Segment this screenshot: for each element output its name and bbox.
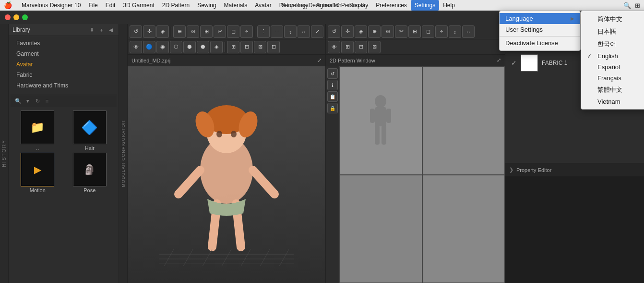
tb2d-r2-3[interactable]: ⊟ xyxy=(355,41,367,53)
tb2d-5[interactable]: ⊗ xyxy=(382,25,394,38)
lang-label-es: Español xyxy=(597,63,620,71)
viewport-expand-icon[interactable]: ⤢ xyxy=(317,57,322,63)
tb2d-10[interactable]: ↕ xyxy=(449,25,461,38)
tb2d-r2-4[interactable]: ⊠ xyxy=(368,41,381,53)
tb-tool10[interactable]: ⋯ xyxy=(271,25,283,38)
thumbnail-item-hair[interactable]: 🔷 Hair xyxy=(65,111,115,151)
search-filter-icon[interactable]: 🔍 xyxy=(14,97,22,105)
tb2d-r2-1[interactable]: 👁 xyxy=(328,41,340,53)
nav-garment[interactable]: Garment xyxy=(9,49,119,59)
menu-materials[interactable]: Materials xyxy=(220,0,251,11)
library-add-icon[interactable]: ＋ xyxy=(97,26,105,34)
history-sidebar: HISTORY xyxy=(0,24,9,283)
lang-french[interactable]: Français xyxy=(581,73,644,84)
tb2-view8[interactable]: ⊞ xyxy=(227,41,239,53)
tb2-view3[interactable]: ◉ xyxy=(156,41,169,53)
thumbnail-item-motion[interactable]: ▶ Motion xyxy=(12,153,63,193)
window-title: Marvelous Designer 10 Personal xyxy=(280,2,364,9)
settings-deactivate-item[interactable]: Deactivate License xyxy=(500,37,580,49)
pattern-viewport-quad[interactable] xyxy=(339,66,505,283)
menu-sewing[interactable]: Sewing xyxy=(193,0,220,11)
tb2d-7[interactable]: ⊞ xyxy=(408,25,421,38)
tb-tool8[interactable]: ⌖ xyxy=(240,25,253,38)
thumbnail-item-pose[interactable]: 🗿 Pose xyxy=(65,153,115,193)
pt-2[interactable]: ℹ xyxy=(327,80,338,90)
tb2d-8[interactable]: ◻ xyxy=(422,25,434,38)
lang-spanish[interactable]: Español xyxy=(581,62,644,73)
tb-tool9[interactable]: ⋮ xyxy=(257,25,270,38)
tb2d-r2-2[interactable]: ⊞ xyxy=(341,41,354,53)
tb-tool5[interactable]: ⊞ xyxy=(200,25,213,38)
viewport-2d-expand[interactable]: ⤢ xyxy=(497,57,501,63)
tb-tool12[interactable]: ↔ xyxy=(298,25,310,38)
tb-select[interactable]: ◈ xyxy=(156,25,169,38)
pt-4[interactable]: 🔒 xyxy=(327,103,338,113)
tb2-view4[interactable]: ⬡ xyxy=(170,41,182,53)
tb2d-9[interactable]: ⌖ xyxy=(435,25,448,38)
tb2-view7[interactable]: ◈ xyxy=(210,41,223,53)
tb-tool6[interactable]: ✂ xyxy=(214,25,226,38)
tb2-view1[interactable]: 👁 xyxy=(130,41,142,53)
viewport-3d-view[interactable] xyxy=(128,66,325,283)
fabric-check-icon[interactable]: ✓ xyxy=(511,59,517,67)
lang-english[interactable]: ✓ English xyxy=(581,50,644,62)
fabric-swatch-1[interactable] xyxy=(521,54,538,72)
pattern-toolbar-strip: ↺ ℹ 📋 🔒 xyxy=(326,66,339,283)
lang-label-ko: 한국어 xyxy=(597,40,616,49)
minimize-button[interactable] xyxy=(13,14,19,20)
tb-tool3[interactable]: ⊕ xyxy=(173,25,186,38)
lang-simplified-chinese[interactable]: 简体中文 xyxy=(581,13,644,25)
menu-app-name[interactable]: Marvelous Designer 10 xyxy=(18,0,84,11)
tb2d-1[interactable]: ↺ xyxy=(328,25,340,38)
library-download-icon[interactable]: ⬇ xyxy=(88,26,95,34)
tb-tool4[interactable]: ⊗ xyxy=(187,25,199,38)
menu-preferences[interactable]: Preferences xyxy=(372,0,411,11)
menu-settings[interactable]: Settings xyxy=(411,0,439,11)
menu-3d-garment[interactable]: 3D Garment xyxy=(119,0,158,11)
refresh-icon[interactable]: ↻ xyxy=(34,97,41,105)
apple-menu[interactable]: 🍎 xyxy=(4,1,12,9)
tb2d-3[interactable]: ◈ xyxy=(355,25,367,38)
menu-help[interactable]: Help xyxy=(439,0,459,11)
list-icon[interactable]: ≡ xyxy=(43,97,51,105)
thumbnail-item-dotdot[interactable]: 📁 .. xyxy=(12,111,63,151)
nav-favorites[interactable]: Favorites xyxy=(9,38,119,49)
lang-korean[interactable]: 한국어 xyxy=(581,38,644,50)
tb2-view5[interactable]: ⬢ xyxy=(183,41,196,53)
tb2d-4[interactable]: ⊕ xyxy=(368,25,381,38)
menu-2d-pattern[interactable]: 2D Pattern xyxy=(158,0,193,11)
tb2-view11[interactable]: ⊡ xyxy=(267,41,280,53)
menu-file[interactable]: File xyxy=(84,0,101,11)
filter-dropdown-icon[interactable]: ▾ xyxy=(24,97,32,105)
tb-tool11[interactable]: ↕ xyxy=(284,25,297,38)
tb2-view10[interactable]: ⊠ xyxy=(254,41,266,53)
lang-traditional-chinese[interactable]: 繁體中文 xyxy=(581,84,644,96)
nav-fabric[interactable]: Fabric xyxy=(9,70,119,80)
tb2d-2[interactable]: ✛ xyxy=(341,25,354,38)
pt-3[interactable]: 📋 xyxy=(327,91,338,102)
maximize-button[interactable] xyxy=(22,14,28,20)
tb2-view6[interactable]: ⬣ xyxy=(197,41,209,53)
tb2-view9[interactable]: ⊟ xyxy=(240,41,253,53)
library-collapse-icon[interactable]: ◀ xyxy=(107,26,115,34)
search-icon[interactable]: 🔍 xyxy=(623,2,631,9)
property-editor-expand-icon[interactable]: ❯ xyxy=(509,167,513,173)
grid-icon[interactable]: ⊞ xyxy=(635,2,640,9)
tb-tool13[interactable]: ⤢ xyxy=(311,25,323,38)
menu-avatar[interactable]: Avatar xyxy=(251,0,275,11)
settings-user-settings-item[interactable]: User Settings xyxy=(500,24,580,35)
lang-japanese[interactable]: 日本語 xyxy=(581,25,644,38)
nav-hardware-trims[interactable]: Hardware and Trims xyxy=(9,80,119,91)
tb-move[interactable]: ✛ xyxy=(143,25,155,38)
settings-language-item[interactable]: Language ▶ xyxy=(500,13,580,24)
tb-rotate[interactable]: ↺ xyxy=(130,25,142,38)
tb2-view2[interactable]: 🔵 xyxy=(143,41,155,53)
tb-tool7[interactable]: ◻ xyxy=(227,25,239,38)
menu-edit[interactable]: Edit xyxy=(102,0,119,11)
lang-vietnam[interactable]: Vietnam xyxy=(581,96,644,107)
nav-avatar[interactable]: Avatar xyxy=(9,59,119,70)
tb2d-6[interactable]: ✂ xyxy=(395,25,407,38)
close-button[interactable] xyxy=(5,14,11,20)
tb2d-11[interactable]: ↔ xyxy=(462,25,475,38)
pt-1[interactable]: ↺ xyxy=(327,68,338,79)
